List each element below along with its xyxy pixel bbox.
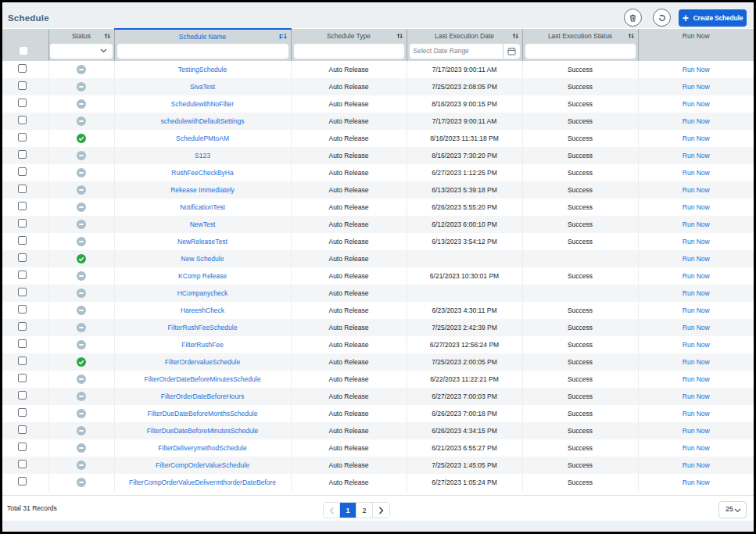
svg-text:F: F — [279, 33, 283, 41]
